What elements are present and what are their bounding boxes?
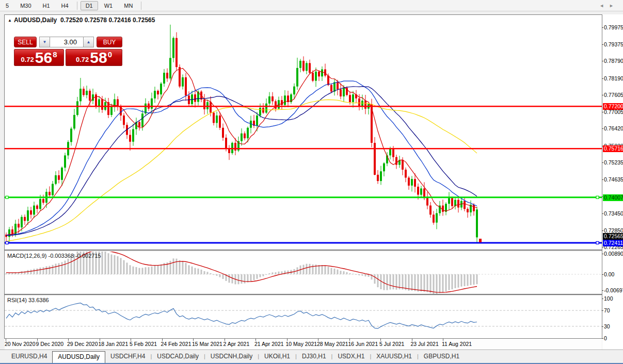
axis-tick-mark xyxy=(602,61,603,61)
date-tick-label: 2 Apr 2021 xyxy=(223,341,250,347)
timeframe-button-w1[interactable]: W1 xyxy=(99,1,118,10)
axis-tick-mark xyxy=(602,213,603,214)
date-tick-label: 20 Nov 2020 xyxy=(5,341,36,347)
sell-price-box[interactable]: 0.72568 xyxy=(14,49,64,66)
axis-tick-mark xyxy=(602,326,603,327)
axis-tick-mark xyxy=(602,274,603,275)
chart-tab-xauusd[interactable]: XAUUSD,H1 xyxy=(371,351,417,363)
axis-tick-label: 0.78790 xyxy=(604,58,623,64)
axis-tick-label: 0.78190 xyxy=(604,75,623,82)
axis-tick-label: 0.73450 xyxy=(604,210,623,217)
axis-tick-mark xyxy=(602,27,603,28)
tab-scroll-arrows[interactable]: ◄► xyxy=(599,3,619,8)
timeframe-button-h4[interactable]: H4 xyxy=(56,1,74,10)
timeframe-button-d1[interactable]: D1 xyxy=(81,1,98,10)
date-tick-label: 16 Jun 2021 xyxy=(348,341,378,347)
chart-symbol: AUDUSD,Daily xyxy=(14,16,57,24)
timeframe-button-m30[interactable]: M30 xyxy=(15,1,36,10)
sell-price-sup: 8 xyxy=(53,50,57,59)
price-level-label: 0.74007 xyxy=(603,194,623,201)
rsi-label: RSI(14) 33.6386 xyxy=(7,297,49,303)
axis-tick-mark xyxy=(602,112,603,112)
tab-scroll-right-icon[interactable]: ► xyxy=(609,3,619,8)
axis-tick-label: 30 xyxy=(604,323,610,330)
date-tick-mark xyxy=(68,339,69,341)
axis-tick-mark xyxy=(602,179,603,180)
date-tick-label: 5 Jul 2021 xyxy=(379,341,404,347)
buy-price-big: 58 xyxy=(90,51,107,65)
date-tick-mark xyxy=(318,339,318,341)
date-tick-mark xyxy=(443,339,443,341)
chart-tab-eurusd[interactable]: EURUSD,H4 xyxy=(6,351,52,363)
date-tick-mark xyxy=(349,339,350,341)
date-tick-mark xyxy=(225,339,225,341)
date-tick-mark xyxy=(131,339,131,341)
sell-price-big: 56 xyxy=(35,51,52,65)
date-tick-label: 28 May 2021 xyxy=(317,341,348,347)
date-tick-mark xyxy=(6,339,6,341)
volume-field[interactable]: 3.00 xyxy=(50,37,83,47)
date-tick-label: 10 May 2021 xyxy=(286,341,317,347)
axis-tick-mark xyxy=(602,95,603,95)
axis-tick-mark xyxy=(602,299,603,299)
buy-button[interactable]: BUY xyxy=(97,37,122,47)
date-tick-mark xyxy=(287,339,287,341)
chart-tab-usdchf[interactable]: USDCHF,H4 xyxy=(105,351,150,363)
tab-scroll-left-icon[interactable]: ◄ xyxy=(599,3,609,8)
chart-tab-dj30[interactable]: DJ30,H1 xyxy=(297,351,331,363)
date-tick-label: 5 Feb 2021 xyxy=(130,341,157,347)
rsi-panel: RSI(14) 33.6386 xyxy=(5,296,602,338)
price-level-label: 0.77200 xyxy=(603,103,623,110)
sell-button[interactable]: SELL xyxy=(14,37,37,47)
axis-tick-label: 0.76420 xyxy=(604,125,623,132)
date-tick-label: 24 Feb 2021 xyxy=(161,341,191,347)
timeframe-button-mn[interactable]: MN xyxy=(119,1,138,10)
chart-tab-gbpusd[interactable]: GBPUSD,H1 xyxy=(419,351,465,363)
volume-increase-button[interactable]: ▲ xyxy=(83,37,94,47)
timeframe-button-h1[interactable]: H1 xyxy=(38,1,55,10)
date-tick-label: 18 Jan 2021 xyxy=(99,341,129,347)
buy-price-prefix: 0.72 xyxy=(76,56,89,63)
chart-tab-usdx[interactable]: USDX,H1 xyxy=(332,351,370,363)
timeframe-button-5[interactable]: 5 xyxy=(1,1,14,10)
axis-tick-label: 0.008903 xyxy=(604,251,623,257)
axis-tick-mark xyxy=(602,128,603,129)
date-tick-label: 29 Dec 2020 xyxy=(67,341,98,347)
price-level-label: 0.72565 xyxy=(603,233,623,240)
axis-tick-label: 100 xyxy=(604,295,613,302)
axis-tick-label: 0.75235 xyxy=(604,159,623,166)
macd-panel: MACD(12,26,9) -0.003368 -0.002715 xyxy=(5,252,602,294)
price-level-label: 0.75716 xyxy=(603,145,623,152)
axis-tick-mark xyxy=(602,290,603,291)
axis-tick-label: -0.00697 xyxy=(604,287,623,294)
date-tick-label: 15 Mar 2021 xyxy=(192,341,222,347)
date-tick-label: 9 Dec 2020 xyxy=(36,341,64,347)
chart-tab-ukoil[interactable]: UKOil,H1 xyxy=(259,351,295,363)
chart-tab-usdcad[interactable]: USDCAD,Daily xyxy=(152,351,204,363)
toolbar-separator xyxy=(141,2,141,10)
volume-decrease-button[interactable]: ▼ xyxy=(39,37,50,47)
axis-tick-label: 0.79975 xyxy=(604,24,623,31)
date-tick-mark xyxy=(100,339,100,341)
panel-divider[interactable] xyxy=(5,294,602,295)
expand-arrow-icon[interactable]: ▲ xyxy=(8,18,12,23)
chart-tab-usdcnh[interactable]: USDCNH,Daily xyxy=(205,351,258,363)
price-axis[interactable]: 0.799750.793750.787900.781900.776050.770… xyxy=(602,14,623,350)
axis-tick-mark xyxy=(602,338,603,339)
panel-divider[interactable] xyxy=(5,250,602,251)
chart-tab-audusd[interactable]: AUDUSD,Daily xyxy=(52,351,105,363)
main-chart-panel[interactable]: ▲AUDUSD,Daily 0.72520 0.72578 0.72416 0.… xyxy=(5,15,602,250)
buy-price-box[interactable]: 0.72580 xyxy=(66,49,122,66)
axis-tick-mark xyxy=(602,254,603,254)
price-level-label: 0.72411 xyxy=(603,240,623,246)
date-tick-mark xyxy=(380,339,381,341)
date-tick-label: 23 Jul 2021 xyxy=(411,341,439,347)
axis-tick-label: 0 xyxy=(604,335,607,342)
macd-label: MACD(12,26,9) -0.003368 -0.002715 xyxy=(7,253,101,259)
axis-tick-mark xyxy=(602,230,603,231)
date-tick-label: 21 Apr 2021 xyxy=(254,341,284,347)
timeframe-toolbar: 5M30H1H4D1W1MN xyxy=(0,0,623,11)
date-tick-mark xyxy=(412,339,412,341)
chart-title: ▲AUDUSD,Daily 0.72520 0.72578 0.72416 0.… xyxy=(8,16,155,24)
date-tick-mark xyxy=(37,339,38,341)
